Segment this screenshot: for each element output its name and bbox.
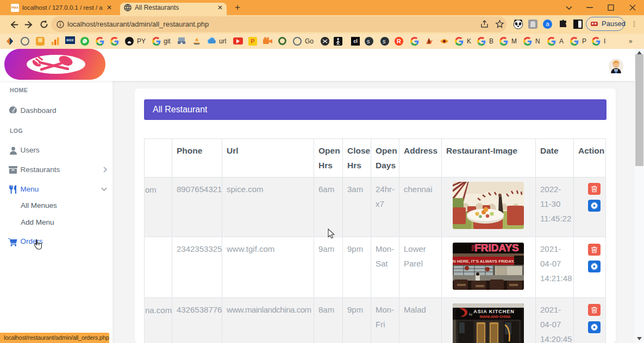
svg-text:PMA: PMA xyxy=(194,41,200,43)
svg-text:FRIDAYS: FRIDAYS xyxy=(474,243,519,253)
svg-text:ASIA KITCHEN: ASIA KITCHEN xyxy=(473,309,515,314)
svg-text:TGI: TGI xyxy=(471,245,475,251)
svg-text:IN HERE, IT'S ALWAYS FRIDAY.: IN HERE, IT'S ALWAYS FRIDAY. xyxy=(453,259,515,264)
svg-text:by: by xyxy=(469,313,472,316)
